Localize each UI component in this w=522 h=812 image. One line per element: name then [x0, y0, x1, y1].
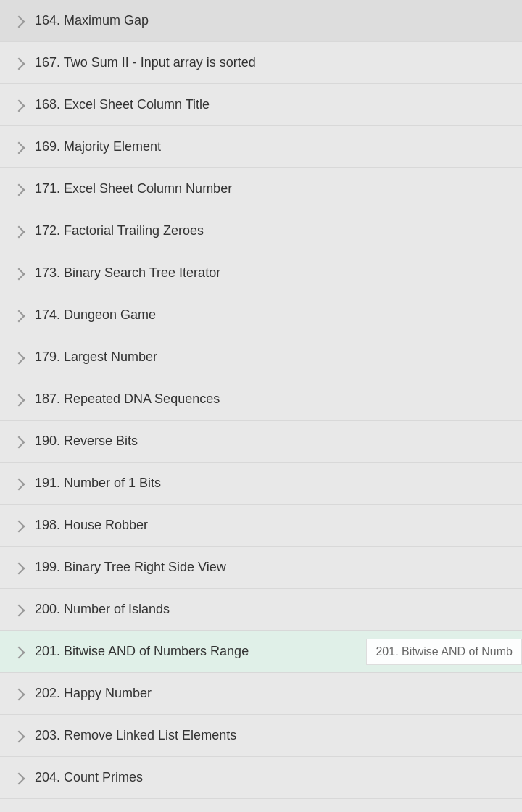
- list-item-179[interactable]: 179. Largest Number: [0, 336, 522, 378]
- list-item-191[interactable]: 191. Number of 1 Bits: [0, 463, 522, 505]
- list-item-204[interactable]: 204. Count Primes: [0, 757, 522, 799]
- item-label: 164. Maximum Gap: [35, 13, 510, 28]
- item-label: 173. Binary Search Tree Iterator: [35, 265, 510, 281]
- chevron-right-icon: [13, 436, 25, 448]
- list-item-171[interactable]: 171. Excel Sheet Column Number: [0, 168, 522, 210]
- chevron-right-icon: [13, 15, 25, 28]
- item-label: 167. Two Sum II - Input array is sorted: [35, 55, 510, 70]
- item-label: 172. Factorial Trailing Zeroes: [35, 223, 510, 239]
- item-label: 174. Dungeon Game: [35, 307, 510, 323]
- item-label: 198. House Robber: [35, 518, 510, 533]
- list-item-200[interactable]: 200. Number of Islands: [0, 589, 522, 631]
- item-label: 191. Number of 1 Bits: [35, 476, 510, 491]
- chevron-right-icon: [13, 141, 25, 154]
- item-label: 203. Remove Linked List Elements: [35, 728, 510, 743]
- chevron-right-icon: [13, 310, 25, 322]
- chevron-right-icon: [13, 183, 25, 196]
- chevron-right-icon: [13, 394, 25, 406]
- item-label: 204. Count Primes: [35, 770, 510, 785]
- list-item-169[interactable]: 169. Majority Element: [0, 126, 522, 168]
- list-item-198[interactable]: 198. House Robber: [0, 505, 522, 547]
- list-item-168[interactable]: 168. Excel Sheet Column Title: [0, 84, 522, 126]
- list-item-174[interactable]: 174. Dungeon Game: [0, 294, 522, 336]
- chevron-right-icon: [13, 57, 25, 70]
- item-label: 199. Binary Tree Right Side View: [35, 560, 510, 575]
- item-label: 168. Excel Sheet Column Title: [35, 97, 510, 112]
- chevron-right-icon: [13, 688, 25, 700]
- chevron-right-icon: [13, 99, 25, 112]
- list-item-203[interactable]: 203. Remove Linked List Elements: [0, 715, 522, 757]
- list-item-187[interactable]: 187. Repeated DNA Sequences: [0, 378, 522, 420]
- item-label: 179. Largest Number: [35, 349, 510, 365]
- chevron-right-icon: [13, 268, 25, 280]
- list-item-201[interactable]: 201. Bitwise AND of Numbers Range201. Bi…: [0, 631, 522, 673]
- chevron-right-icon: [13, 646, 25, 658]
- chevron-right-icon: [13, 478, 25, 490]
- chevron-right-icon: [13, 730, 25, 742]
- item-label: 200. Number of Islands: [35, 602, 510, 617]
- chevron-right-icon: [13, 604, 25, 616]
- item-label: 171. Excel Sheet Column Number: [35, 181, 510, 196]
- item-label: 202. Happy Number: [35, 686, 510, 701]
- list-item-202[interactable]: 202. Happy Number: [0, 673, 522, 715]
- list-item-190[interactable]: 190. Reverse Bits: [0, 420, 522, 463]
- chevron-right-icon: [13, 225, 25, 238]
- list-item-172[interactable]: 172. Factorial Trailing Zeroes: [0, 210, 522, 252]
- item-label: 187. Repeated DNA Sequences: [35, 392, 510, 407]
- item-label: 190. Reverse Bits: [35, 434, 510, 449]
- list-item-173[interactable]: 173. Binary Search Tree Iterator: [0, 252, 522, 294]
- chevron-right-icon: [13, 772, 25, 784]
- tooltip-text: 201. Bitwise AND of Numb: [366, 639, 522, 665]
- item-label: 169. Majority Element: [35, 139, 510, 154]
- chevron-right-icon: [13, 352, 25, 364]
- list-item-199[interactable]: 199. Binary Tree Right Side View: [0, 547, 522, 589]
- list-item-167[interactable]: 167. Two Sum II - Input array is sorted: [0, 42, 522, 84]
- problem-list: 164. Maximum Gap167. Two Sum II - Input …: [0, 0, 522, 799]
- chevron-right-icon: [13, 562, 25, 574]
- list-item-164[interactable]: 164. Maximum Gap: [0, 0, 522, 42]
- chevron-right-icon: [13, 520, 25, 532]
